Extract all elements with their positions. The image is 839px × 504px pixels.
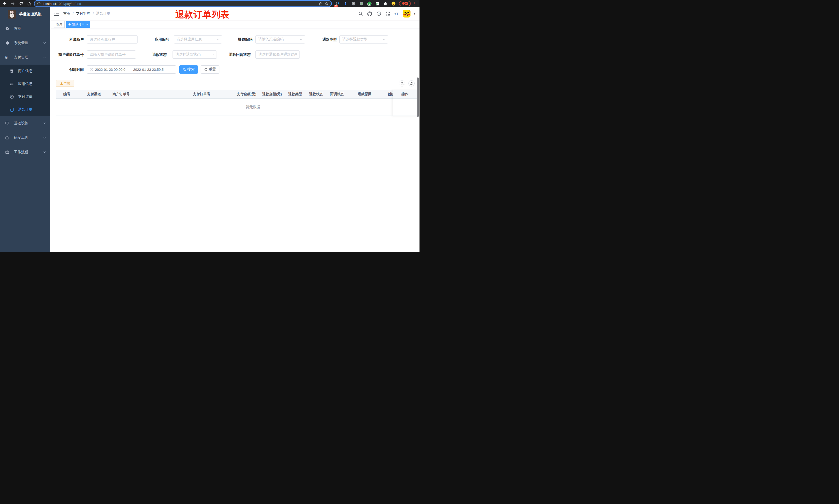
sidebar-item-pay-order[interactable]: ¥ 支付订单 (0, 90, 50, 103)
merchant-refund-no-input[interactable] (87, 51, 136, 59)
refresh-icon (204, 68, 208, 71)
col-refund-reason: 退款原因 (355, 92, 385, 96)
browser-menu-icon[interactable] (413, 2, 416, 5)
reload-icon[interactable] (19, 2, 23, 6)
document-copy-icon (10, 108, 16, 112)
share-icon[interactable] (319, 2, 323, 6)
fullscreen-icon[interactable] (386, 11, 390, 16)
fixed-action-column: 操作 (393, 90, 418, 116)
extension-record-icon[interactable] (359, 2, 363, 6)
sidebar-item-system[interactable]: 系统管理 (0, 36, 50, 50)
tab-home[interactable]: 首页 (54, 21, 65, 28)
url-text[interactable]: localhost:1024/pay/refund (43, 2, 81, 6)
col-pay-amount: 支付金额(元) (234, 92, 260, 96)
forward-icon[interactable] (11, 2, 15, 6)
date-end-value[interactable]: 2022-01-23 23:59:59 (133, 68, 163, 72)
col-pay-order-no: 支付订单号 (190, 92, 234, 96)
extensions-puzzle-icon[interactable] (383, 2, 388, 6)
date-range-picker[interactable]: 2022-01-23 00:00:00 - 2022-01-23 23:59:5… (87, 66, 176, 74)
sidebar-item-dev-tools[interactable]: 研发工具 (0, 130, 50, 145)
show-search-toggle-button[interactable] (399, 80, 405, 87)
label-merchant-refund-no: 商户退款订单号 (50, 51, 84, 59)
coin-yen-icon: ¥ (10, 95, 16, 99)
chevron-down-icon (211, 53, 214, 56)
browser-update-button[interactable]: 更新 (399, 1, 411, 6)
svg-text:?: ? (378, 12, 379, 15)
avatar[interactable] (403, 10, 410, 18)
site-info-icon[interactable] (37, 2, 41, 5)
sidebar-item-home[interactable]: 首页 (0, 21, 50, 36)
vertical-scrollbar[interactable] (417, 77, 419, 117)
yen-icon: ¥ (5, 55, 11, 60)
app-select[interactable]: 请选择应用信息 (174, 35, 222, 43)
sidebar-item-merchant-info[interactable]: 商户信息 (0, 65, 50, 77)
extension-tray: 10 ⌘ y (335, 2, 395, 6)
sidebar-item-infra[interactable]: 基础设施 (0, 116, 50, 130)
bookmark-star-icon[interactable] (325, 2, 328, 6)
reset-button[interactable]: 重置 (201, 66, 219, 74)
sidebar-item-pay[interactable]: ¥ 支付管理 (0, 50, 50, 65)
search-icon (183, 68, 186, 71)
sidebar-item-workflow[interactable]: 工作流程 (0, 145, 50, 159)
extension-emoji-icon[interactable] (391, 2, 395, 6)
col-id: 编号 (61, 92, 85, 96)
label-refund-type: 退款类型 (303, 35, 337, 43)
merchant-input[interactable] (87, 35, 138, 43)
col-refund-amount: 退款金额(元) (260, 92, 286, 96)
extension-command-icon[interactable]: ⌘ (351, 2, 356, 6)
breadcrumb-home[interactable]: 首页 (63, 11, 70, 16)
avatar-caret-icon[interactable]: ▼ (413, 12, 416, 15)
date-start-value[interactable]: 2022-01-23 00:00:00 (95, 68, 125, 72)
sidebar-logo-row[interactable]: 芋道管理系统 (0, 7, 50, 21)
back-icon[interactable] (3, 2, 7, 6)
sidebar-item-app-info[interactable]: 应用信息 (0, 77, 50, 90)
extension-chat-icon[interactable] (375, 2, 379, 6)
search-button[interactable]: 搜索 (179, 66, 198, 74)
font-size-icon[interactable]: TT (394, 12, 398, 16)
top-navbar: 首页 / 支付管理 / 退款订单 退款订单列表 ? (50, 7, 420, 20)
table-header: 编号 支付渠道 商户订单号 支付订单号 支付金额(元) 退款金额(元) 退款类型… (56, 90, 418, 98)
browser-toolbar: localhost:1024/pay/refund 10 ⌘ y (0, 0, 420, 7)
svg-text:y: y (369, 2, 370, 5)
app-title: 芋道管理系统 (19, 12, 41, 17)
label-app: 应用编号 (135, 35, 169, 43)
label-create-time: 创建时间 (50, 66, 84, 74)
search-icon[interactable] (358, 11, 363, 16)
notify-status-select[interactable]: 请选择通知商户退款结果的 (255, 51, 300, 59)
col-callback-status: 回调状态 (327, 92, 355, 96)
active-dot (69, 23, 71, 25)
address-bar[interactable]: localhost:1024/pay/refund (35, 1, 331, 6)
help-icon[interactable]: ? (376, 11, 381, 16)
chevron-down-icon (43, 41, 46, 44)
breadcrumb-pay[interactable]: 支付管理 (76, 11, 90, 16)
chevron-down-icon (294, 53, 297, 56)
svg-text:⌘: ⌘ (352, 2, 355, 5)
grid-icon (10, 82, 16, 86)
refresh-icon (410, 82, 413, 85)
storefront-icon (10, 69, 16, 73)
label-merchant: 所属商户 (50, 35, 84, 43)
sidebar: 芋道管理系统 首页 系统管理 ¥ 支付管理 (0, 7, 50, 252)
extension-tiles-icon[interactable]: 10 (335, 2, 340, 6)
collapse-sidebar-icon[interactable] (54, 12, 59, 16)
col-pay-channel: 支付渠道 (85, 92, 110, 96)
page-content: 所属商户 应用编号 请选择应用信息 渠道编码 请输入渠道编码 退款类型 (50, 29, 420, 252)
channel-select[interactable]: 请输入渠道编码 (255, 35, 305, 43)
col-refund-status: 退款状态 (306, 92, 327, 96)
chevron-down-icon (43, 150, 46, 154)
toolbox-icon (5, 136, 11, 140)
label-notify-status: 退款回调状态 (215, 51, 251, 59)
tab-refund-order[interactable]: 退款订单 × (66, 21, 90, 28)
refund-status-select[interactable]: 请选择退款状态 (173, 51, 217, 59)
search-icon (400, 82, 404, 85)
tags-view: 首页 退款订单 × (50, 20, 420, 29)
refund-type-select[interactable]: 请选择退款类型 (339, 35, 388, 43)
home-icon[interactable] (27, 2, 31, 6)
export-button[interactable]: 导出 (56, 80, 74, 87)
sidebar-item-refund-order[interactable]: 退款订单 (0, 103, 50, 116)
extension-y-icon[interactable]: y (367, 2, 372, 6)
github-icon[interactable] (367, 11, 372, 16)
extension-gem-icon[interactable] (343, 2, 347, 6)
refresh-table-button[interactable] (408, 80, 415, 87)
close-tab-icon[interactable]: × (86, 23, 88, 26)
